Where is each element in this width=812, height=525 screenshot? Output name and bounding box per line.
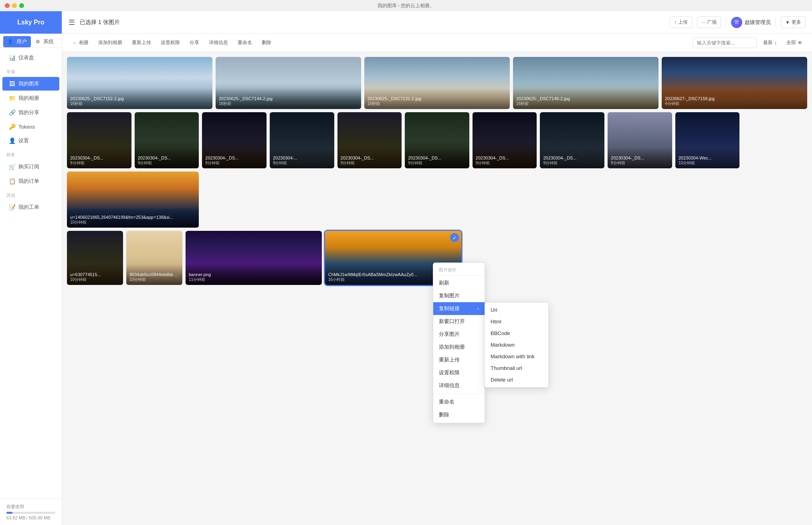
submenu-markdown-link[interactable]: Markdown with link [485,351,548,362]
image-item[interactable]: u=630774515... 10分钟前 [67,231,123,285]
add-to-album-button[interactable]: 添加到相册 [94,37,126,48]
image-item[interactable]: 20230304-_DS... 9分钟前 [337,112,402,168]
albums-icon: 📁 [9,95,15,101]
close-button[interactable] [5,3,10,8]
ctx-separator [433,394,485,394]
upload-button[interactable]: ↑ 上传 [670,16,692,28]
image-row-2: 20230304-_DS... 9分钟前 20230304-_DS... 9分钟… [67,112,807,228]
image-item[interactable]: 20230304-_DS... 9分钟前 [405,112,469,168]
image-item[interactable]: 20230304-Wec... 10分钟前 [675,112,740,168]
sidebar-item-my-shares[interactable]: 🔗 我的分享 [2,106,59,119]
sidebar-item-my-tasks[interactable]: 📝 我的工单 [2,200,59,214]
sidebar-item-my-albums[interactable]: 📁 我的相册 [2,91,59,105]
ctx-refresh[interactable]: 刷新 [433,277,485,289]
sidebar-item-my-orders[interactable]: 📋 我的订单 [2,174,59,188]
section-label-regular: 常规 [0,65,62,77]
rename-button[interactable]: 重命名 [234,37,256,48]
topbar-divider2 [776,18,776,26]
sort-icon: ↕ [774,40,777,46]
image-item[interactable]: 20230304-_DS... 9分钟前 [608,112,672,168]
dashboard-icon: 📊 [9,55,15,61]
submenu-html[interactable]: Html [485,316,548,327]
submenu-bbcode[interactable]: BBCode [485,327,548,339]
sidebar: Lsky Pro 👤 用户 ⚙ 系统 📊 仪表盘 常规 🖼 我的图库 📁 我的相… [0,11,62,525]
context-menu: 图片操作 刷新 复制图片 复制链接 › Url [433,262,485,423]
ctx-share-image[interactable]: 分享图片 [433,328,485,341]
topbar-title: 已选择 1 张图片 [80,19,665,26]
image-item[interactable]: 20230304-_DS... 9分钟前 [67,112,131,168]
section-label-finance: 财务 [0,148,62,160]
submenu-url[interactable]: Url [485,304,548,316]
details-button[interactable]: 详细信息 [205,37,232,48]
admin-name: 超级管理员 [745,19,771,26]
image-item[interactable]: u=1406021865,2640746199&fm=253&app=138&s… [67,172,199,228]
submenu-delete-url[interactable]: Delete url [485,374,548,386]
gallery-icon: 🖼 [9,81,15,87]
section-label-other: 其他 [0,188,62,200]
ctx-add-album[interactable]: 添加到相册 [433,341,485,353]
ctx-delete[interactable]: 删除 [433,408,485,421]
admin-section[interactable]: 管 超级管理员 [731,17,771,28]
image-item[interactable]: banner.png 11分钟前 [186,231,322,285]
image-item[interactable]: 20230304-... 9分钟前 [270,112,334,168]
admin-avatar: 管 [731,17,742,28]
tab-system[interactable]: ⚙ 系统 [31,36,59,47]
selected-check: ✓ [450,233,459,242]
toolbar-right: 最新 ↕ 全部 👁 [693,37,806,48]
settings-icon: 👤 [9,137,15,144]
eye-icon: 👁 [798,40,802,46]
image-item[interactable]: 20230625-_DSC7144-2.jpg 16秒前 [216,57,361,109]
toolbar: ← 相册 添加到相册 重新上传 设置权限 分享 详细信息 重命名 删除 [62,34,812,52]
tokens-icon: 🔑 [9,123,15,130]
storage-fill [6,512,12,514]
image-item[interactable]: 20230304-_DS... 9分钟前 [135,112,199,168]
menu-icon[interactable]: ☰ [69,18,75,27]
view-all-button[interactable]: 全部 👁 [783,37,806,48]
delete-button[interactable]: 删除 [258,37,275,48]
upload-icon: ↑ [674,20,677,25]
maximize-button[interactable] [19,3,24,8]
submenu-thumbnail-url[interactable]: Thumbnail url [485,362,548,374]
image-item[interactable]: 20230625-_DSC7146-2.jpg 16秒前 [513,57,658,109]
context-menu-header: 图片操作 [433,265,485,276]
market-button[interactable]: ··· 广场 [697,16,721,28]
sidebar-item-settings[interactable]: 👤 设置 [2,134,59,147]
sidebar-item-my-gallery[interactable]: 🖼 我的图库 [2,77,59,91]
ctx-details[interactable]: 详细信息 [433,379,485,392]
image-row-1: 20230625-_DSC7152-2.jpg 16秒前 20230625-_D… [67,57,807,109]
image-grid-container: 20230625-_DSC7152-2.jpg 16秒前 20230625-_D… [62,52,812,525]
sort-button[interactable]: 最新 ↕ [760,37,780,48]
tab-user[interactable]: 👤 用户 [3,36,31,47]
ctx-new-window[interactable]: 新窗口打开 [433,315,485,328]
image-item[interactable]: 20230304-_DS... 9分钟前 [540,112,604,168]
topbar: ☰ 已选择 1 张图片 ↑ 上传 ··· 广场 管 超级管理员 ▼ [62,11,812,34]
sidebar-item-dashboard[interactable]: 📊 仪表盘 [2,51,59,65]
image-item[interactable]: 9034ab5cc0844ebdbb39d... 10分钟前 [126,231,182,285]
search-input[interactable] [693,38,757,48]
image-item[interactable]: 20230625-_DSC7152-2.jpg 16秒前 [67,57,212,109]
sidebar-item-purchase[interactable]: 🛒 购买订阅 [2,160,59,174]
image-item[interactable]: 20230625-_DSC7131-2.jpg 16秒前 [364,57,510,109]
title-bar: 我的图库 - 您的云上相册。 [0,0,812,11]
ctx-rename[interactable]: 重命名 [433,396,485,408]
ctx-re-upload[interactable]: 重新上传 [433,353,485,366]
share-button[interactable]: 分享 [186,37,203,48]
main-content: ☰ 已选择 1 张图片 ↑ 上传 ··· 广场 管 超级管理员 ▼ [62,11,812,525]
image-item[interactable]: 20230304-_DS... 9分钟前 [473,112,537,168]
more-button[interactable]: ▼ 更多 [781,16,806,28]
re-upload-button[interactable]: 重新上传 [128,37,155,48]
set-permission-button[interactable]: 设置权限 [157,37,184,48]
submenu-markdown[interactable]: Markdown [485,339,548,351]
window-controls[interactable] [5,3,24,8]
ctx-copy-link[interactable]: 复制链接 › Url Html BBCode [433,302,485,315]
ctx-set-perm[interactable]: 设置权限 [433,366,485,379]
context-menu-container: 图片操作 刷新 复制图片 复制链接 › Url [433,262,485,423]
ctx-copy-image[interactable]: 复制图片 [433,289,485,302]
image-item[interactable]: 20230304-_DS... 9分钟前 [202,112,267,168]
image-item[interactable]: 20230627-_DSC7159.jpg 4分钟前 [662,57,807,109]
tasks-icon: 📝 [9,204,15,210]
back-to-album-button[interactable]: ← 相册 [69,37,93,48]
window-title: 我的图库 - 您的云上相册。 [378,2,435,9]
sidebar-item-tokens[interactable]: 🔑 Tokens [2,120,59,133]
minimize-button[interactable] [12,3,17,8]
